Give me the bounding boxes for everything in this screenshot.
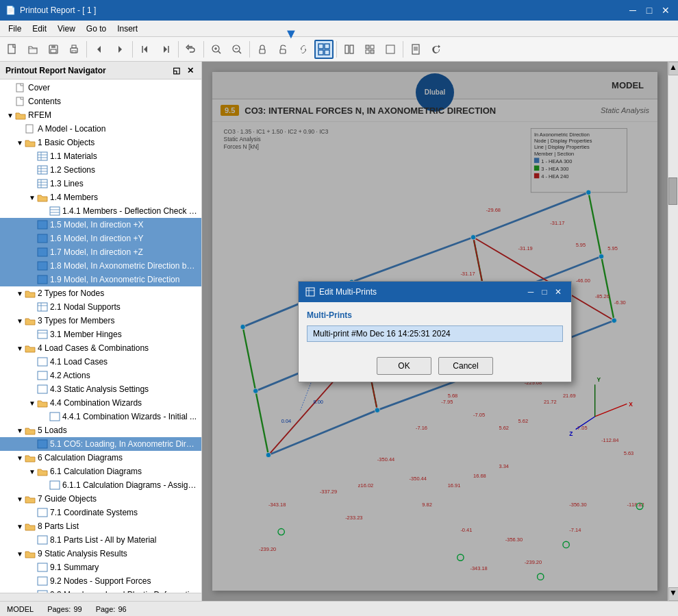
modal-cancel-button[interactable]: Cancel xyxy=(438,357,493,375)
tree-item-2-types[interactable]: ▼ 2 Types for Nodes xyxy=(0,286,201,300)
maximize-button[interactable]: □ xyxy=(642,3,656,17)
tree-item-1-2[interactable]: 1.2 Sections xyxy=(0,163,201,177)
tree-item-2-1[interactable]: 2.1 Nodal Supports xyxy=(0,300,201,314)
tb-unlock-button[interactable] xyxy=(273,40,292,59)
tree-toggle-4[interactable]: ▼ xyxy=(15,345,25,352)
modal-title-controls: ─ □ ✕ xyxy=(525,286,564,298)
tree-item-1-6[interactable]: 1.6 Model, In direction +Y xyxy=(0,232,201,245)
tb-view3-button[interactable] xyxy=(381,40,400,59)
tree-item-1-7[interactable]: 1.7 Model, In direction +Z xyxy=(0,245,201,259)
modal-minimize-button[interactable]: ─ xyxy=(525,286,537,298)
tb-view2-button[interactable] xyxy=(360,40,379,59)
tree-label: 6.1.1 Calculation Diagrams - Assign... xyxy=(62,480,199,490)
tb-next-button[interactable] xyxy=(110,40,129,59)
modal-close-button[interactable]: ✕ xyxy=(552,286,564,298)
tree-toggle-5[interactable]: ▼ xyxy=(15,427,25,434)
close-button[interactable]: ✕ xyxy=(659,3,673,17)
tree-item-4-2[interactable]: 4.2 Actions xyxy=(0,369,201,382)
tree-toggle-6[interactable]: ▼ xyxy=(15,454,25,462)
tb-view1-button[interactable] xyxy=(340,40,359,59)
tree-toggle-1-4[interactable]: ▼ xyxy=(27,194,37,201)
tree-container[interactable]: Cover Contents ▼ RFEM A Model - xyxy=(0,79,201,593)
tb-zoom-out-button[interactable] xyxy=(227,40,247,59)
tree-item-1-4-1[interactable]: 1.4.1 Members - Deflection Check - ... xyxy=(0,204,201,218)
tree-toggle-6-1[interactable]: ▼ xyxy=(27,468,37,476)
tb-first-button[interactable] xyxy=(136,40,155,59)
tb-multiprint-button[interactable] xyxy=(314,40,334,59)
tree-item-3-1[interactable]: 3.1 Member Hinges xyxy=(0,328,201,341)
tree-toggle-rfem[interactable]: ▼ xyxy=(5,112,15,119)
tree-item-1-8[interactable]: 1.8 Model, In Axonometric Direction by .… xyxy=(0,259,201,273)
menu-file[interactable]: File xyxy=(3,23,27,35)
tree-item-1-5[interactable]: 1.5 Model, In direction +X xyxy=(0,218,201,232)
tree-toggle-2[interactable]: ▼ xyxy=(15,290,25,297)
tree-item-4-load[interactable]: ▼ 4 Load Cases & Combinations xyxy=(0,341,201,355)
tree-item-4-4-1[interactable]: 4.4.1 Combination Wizards - Initial ... xyxy=(0,410,201,423)
tree-item-a-model[interactable]: A Model - Location xyxy=(0,122,201,136)
tree-toggle-8[interactable]: ▼ xyxy=(15,523,25,530)
tb-refresh-button[interactable] xyxy=(427,40,446,59)
right-scrollbar[interactable]: ▲ ▼ xyxy=(668,62,678,601)
tb-new-button[interactable] xyxy=(3,40,22,59)
tree-item-6-1-1[interactable]: 6.1.1 Calculation Diagrams - Assign... xyxy=(0,478,201,492)
tb-zoom-in-button[interactable] xyxy=(207,40,226,59)
tree-item-9-1[interactable]: 9.1 Summary xyxy=(0,560,201,574)
tree-toggle-9[interactable]: ▼ xyxy=(15,550,25,558)
tree-item-1-3[interactable]: 1.3 Lines xyxy=(0,177,201,190)
minimize-button[interactable]: ─ xyxy=(626,3,640,17)
menu-goto[interactable]: Go to xyxy=(81,23,112,35)
tree-item-5-1[interactable]: 5.1 CO5: Loading, In Axonometric Direc..… xyxy=(0,437,201,451)
scroll-thumb[interactable] xyxy=(668,177,677,205)
modal-ok-button[interactable]: OK xyxy=(377,357,431,375)
tree-toggle-7[interactable]: ▼ xyxy=(15,495,25,503)
tb-link-button[interactable] xyxy=(294,40,313,59)
tb-back-button[interactable] xyxy=(181,40,201,59)
tree-item-1-1[interactable]: 1.1 Materials xyxy=(0,149,201,163)
scroll-down-button[interactable]: ▼ xyxy=(668,587,678,601)
modal-list-item[interactable]: Multi-print #Mo Dec 16 14:25:31 2024 xyxy=(307,325,563,342)
menu-insert[interactable]: Insert xyxy=(112,23,143,35)
tree-item-4-4[interactable]: ▼ 4.4 Combination Wizards xyxy=(0,396,201,410)
status-page-value: 96 xyxy=(118,605,126,613)
tb-open-button[interactable] xyxy=(23,40,42,59)
tree-item-5-loads[interactable]: ▼ 5 Loads xyxy=(0,423,201,437)
tb-prev-button[interactable] xyxy=(90,40,109,59)
tree-item-7-guide[interactable]: ▼ 7 Guide Objects xyxy=(0,492,201,506)
tree-item-9-2[interactable]: 9.2 Nodes - Support Forces xyxy=(0,574,201,588)
tree-item-1-4[interactable]: ▼ 1.4 Members xyxy=(0,190,201,204)
tb-lock-button[interactable] xyxy=(253,40,272,59)
tree-item-9-3[interactable]: 9.3 Members - Local Plastic Deformation.… xyxy=(0,588,201,593)
tree-item-cover[interactable]: Cover xyxy=(0,81,201,95)
tree-item-7-1[interactable]: 7.1 Coordinate Systems xyxy=(0,506,201,519)
navigator-close-button[interactable]: ✕ xyxy=(185,65,196,76)
svg-rect-70 xyxy=(50,481,60,489)
tree-toggle-3[interactable]: ▼ xyxy=(15,317,25,325)
tb-doc-button[interactable] xyxy=(406,40,425,59)
tree-item-6-calc[interactable]: ▼ 6 Calculation Diagrams xyxy=(0,451,201,465)
modal-maximize-button[interactable]: □ xyxy=(538,286,551,298)
menu-edit[interactable]: Edit xyxy=(27,23,52,35)
tree-item-6-1[interactable]: ▼ 6.1 Calculation Diagrams xyxy=(0,465,201,478)
menu-view[interactable]: View xyxy=(52,23,81,35)
tree-toggle-4-4[interactable]: ▼ xyxy=(27,399,37,407)
tree-item-3-types[interactable]: ▼ 3 Types for Members xyxy=(0,314,201,328)
tree-item-1-9[interactable]: 1.9 Model, In Axonometric Direction xyxy=(0,273,201,286)
tb-save-button[interactable] xyxy=(44,40,63,59)
grid-icon-4-1 xyxy=(37,357,48,367)
tree-item-9-static[interactable]: ▼ 9 Static Analysis Results xyxy=(0,547,201,560)
tree-item-rfem[interactable]: ▼ RFEM xyxy=(0,108,201,122)
navigator-horizontal-scrollbar[interactable] xyxy=(0,593,201,601)
tb-last-button[interactable] xyxy=(156,40,175,59)
tree-item-8-parts[interactable]: ▼ 8 Parts List xyxy=(0,519,201,533)
tree-toggle-1-basic[interactable]: ▼ xyxy=(15,139,25,147)
tree-item-4-1[interactable]: 4.1 Load Cases xyxy=(0,355,201,369)
tree-item-8-1[interactable]: 8.1 Parts List - All by Material xyxy=(0,533,201,547)
tree-item-1-basic[interactable]: ▼ 1 Basic Objects xyxy=(0,136,201,149)
svg-rect-2 xyxy=(51,45,55,48)
tree-item-contents[interactable]: Contents xyxy=(0,95,201,108)
grid-icon-9-1 xyxy=(37,563,48,572)
tb-print-button[interactable] xyxy=(64,40,84,59)
tree-item-4-3[interactable]: 4.3 Static Analysis Settings xyxy=(0,382,201,396)
scroll-up-button[interactable]: ▲ xyxy=(668,62,678,75)
navigator-dock-button[interactable]: ◱ xyxy=(171,65,182,76)
